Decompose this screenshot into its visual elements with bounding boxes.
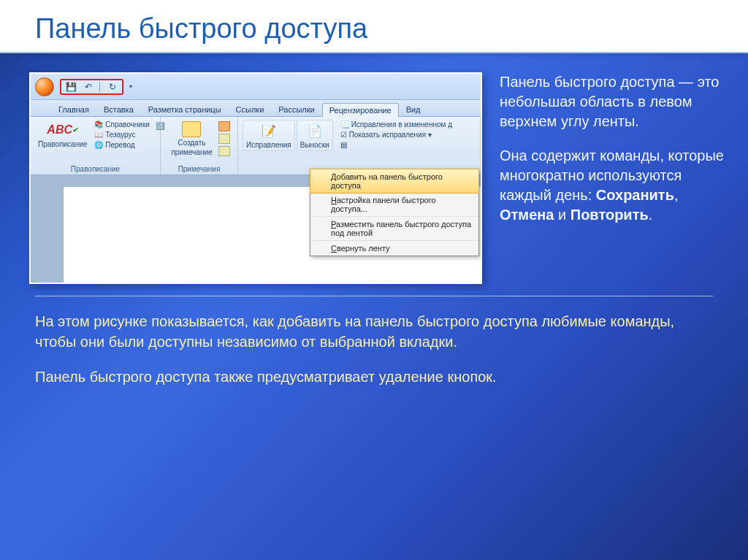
qat-separator — [99, 82, 102, 92]
tab-home[interactable]: Главная — [51, 102, 96, 116]
tab-layout[interactable]: Разметка страницы — [141, 102, 229, 116]
spellcheck-label: Правописание — [38, 140, 87, 148]
track-changes-icon: 📝 — [260, 122, 278, 139]
next-comment-icon[interactable] — [218, 146, 230, 156]
side-paragraph-2: Она содержит команды, которые многократн… — [500, 146, 728, 225]
tab-mailings[interactable]: Рассылки — [271, 102, 321, 116]
prev-comment-icon[interactable] — [218, 134, 230, 144]
balloons-icon: 📄 — [306, 122, 324, 139]
menu-minimize-ribbon[interactable]: Свернуть ленту — [310, 241, 478, 256]
doc-icon: 📃 — [340, 120, 349, 129]
research-button[interactable]: 📚Справочники — [93, 120, 151, 129]
side-paragraph-1: Панель быстрого доступа — это небольшая … — [500, 72, 728, 131]
divider — [35, 296, 713, 296]
reviewing-pane[interactable]: ▤ — [339, 140, 454, 150]
bottom-description: На этом рисунке показывается, как добави… — [0, 301, 748, 412]
qat-dropdown-icon[interactable]: ▾ — [129, 83, 132, 90]
bottom-paragraph-1: На этом рисунке показывается, как добави… — [35, 311, 713, 352]
group-comments: Создать примечание Примечания — [161, 117, 238, 174]
book-icon: 📚 — [94, 120, 103, 129]
screenshot: 💾 ↶ ↻ ▾ Главная Вставка Разметка страниц… — [29, 72, 482, 284]
new-comment-button[interactable]: Создать примечание — [168, 120, 215, 158]
undo-icon[interactable]: ↶ — [82, 80, 95, 93]
balloons-button[interactable]: 📄 Выноски — [297, 120, 333, 151]
redo-icon[interactable]: ↻ — [106, 80, 119, 93]
group-proofing: ABC✔ Правописание 📚Справочники 📖Тезаурус… — [31, 117, 161, 174]
show-markup[interactable]: ☑Показать исправления ▾ — [339, 130, 454, 139]
delete-comment-icon[interactable] — [218, 121, 230, 131]
pane-icon: ▤ — [340, 141, 347, 149]
track-changes-button[interactable]: 📝 Исправления — [243, 120, 295, 151]
context-menu: Добавить на панель быстрого доступа Наст… — [310, 169, 479, 256]
menu-customize-qat[interactable]: Настройка панели быстрого доступа... — [310, 193, 478, 217]
translate-button[interactable]: 🌐Перевод — [93, 140, 151, 150]
comment-icon — [182, 121, 201, 137]
ribbon: ABC✔ Правописание 📚Справочники 📖Тезаурус… — [31, 117, 481, 175]
display-for-review[interactable]: 📃Исправления в измененном д — [339, 120, 454, 129]
menu-add-to-qat[interactable]: Добавить на панель быстрого доступа — [310, 169, 479, 193]
spellcheck-icon: ABC✔ — [54, 121, 72, 139]
thesaurus-button[interactable]: 📖Тезаурус — [93, 130, 151, 139]
ribbon-tabs: Главная Вставка Разметка страницы Ссылки… — [31, 100, 481, 117]
spellcheck-button[interactable]: ABC✔ Правописание — [35, 120, 90, 150]
tab-insert[interactable]: Вставка — [96, 102, 141, 116]
menu-show-qat-below[interactable]: Разместить панель быстрого доступа под л… — [310, 217, 478, 241]
save-icon[interactable]: 💾 — [64, 80, 77, 93]
slide-title: Панель быстрого доступа — [0, 0, 748, 53]
translate-icon: 🌐 — [94, 141, 103, 149]
office-button-icon[interactable] — [35, 77, 54, 96]
cursor-icon: ↖ — [479, 173, 482, 186]
check-icon: ☑ — [340, 131, 347, 139]
bottom-paragraph-2: Панель быстрого доступа также предусматр… — [35, 367, 713, 387]
thesaurus-icon: 📖 — [94, 131, 103, 139]
quick-access-toolbar: 💾 ↶ ↻ — [60, 79, 123, 95]
group-tracking: 📝 Исправления 📄 Выноски 📃Исправления в и… — [238, 117, 481, 174]
title-bar: 💾 ↶ ↻ ▾ — [31, 74, 481, 100]
group-label-comments: Примечания — [165, 164, 233, 173]
group-label-proofing: Правописание — [35, 164, 156, 173]
side-description: Панель быстрого доступа — это небольшая … — [500, 72, 728, 284]
tab-review[interactable]: Рецензирование — [322, 103, 399, 117]
tab-view[interactable]: Вид — [399, 102, 428, 116]
tab-references[interactable]: Ссылки — [229, 102, 272, 116]
